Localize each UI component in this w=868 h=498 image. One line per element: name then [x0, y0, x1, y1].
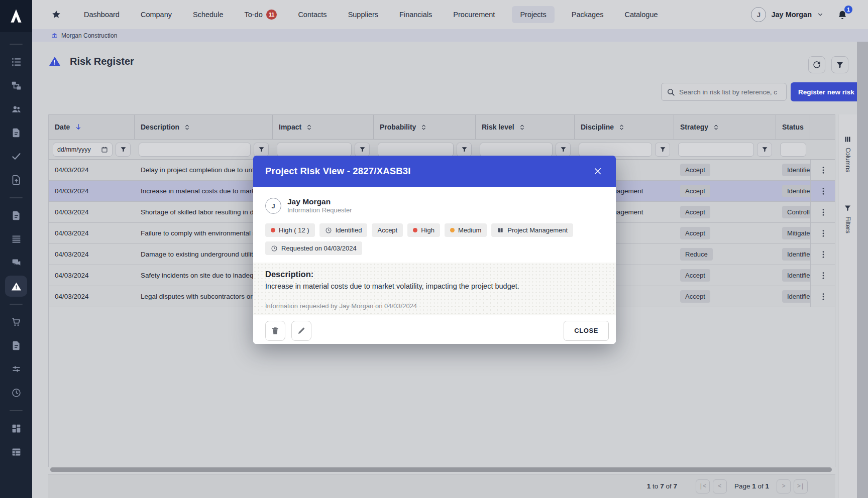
user-menu[interactable]: J Jay Morgan	[751, 7, 824, 22]
nav-item-projects[interactable]: Projects	[512, 6, 554, 23]
sidebar-item-document[interactable]	[5, 335, 27, 356]
row-menu-button[interactable]	[817, 164, 830, 177]
close-icon	[593, 167, 602, 176]
row-menu-button[interactable]	[817, 248, 830, 261]
nav-item-packages[interactable]: Packages	[568, 6, 608, 23]
sidebar-item-sliders[interactable]	[5, 358, 27, 380]
funnel-icon	[120, 146, 127, 153]
row-menu-button[interactable]	[817, 227, 830, 240]
column-header-discipline[interactable]: Discipline	[575, 115, 674, 139]
previous-page-button[interactable]: <	[713, 479, 727, 493]
risk-warning-icon	[11, 281, 22, 292]
request-note: Information requested by Jay Morgan on 0…	[265, 302, 604, 310]
cell-description: Failure to comply with environmental r	[135, 229, 273, 237]
sidebar-item-risk-warning[interactable]	[5, 276, 27, 297]
row-menu-button[interactable]	[817, 269, 830, 282]
sidebar-item-chat[interactable]	[5, 252, 27, 273]
filter-funnel-button[interactable]	[556, 143, 571, 157]
delete-risk-button[interactable]	[265, 321, 285, 341]
cell-description: Legal disputes with subcontractors or	[135, 293, 273, 300]
nav-item-suppliers[interactable]: Suppliers	[344, 6, 382, 23]
sidebar-item-document[interactable]	[5, 122, 27, 143]
sidebar-item-clock[interactable]	[5, 382, 27, 403]
breadcrumb-company[interactable]: Morgan Construction	[61, 32, 117, 39]
nav-item-procurement[interactable]: Procurement	[449, 6, 499, 23]
register-new-risk-button[interactable]: Register new risk	[791, 82, 862, 101]
date-filter-funnel-button[interactable]	[116, 143, 131, 157]
column-header-description[interactable]: Description	[135, 115, 273, 139]
favorites-star-icon[interactable]	[51, 10, 61, 20]
filter-input-discipline[interactable]	[579, 143, 652, 157]
filter-toggle-button[interactable]	[831, 56, 848, 73]
sidebar-item-table[interactable]	[5, 441, 27, 462]
column-header-strategy[interactable]: Strategy	[674, 115, 776, 139]
nav-item-label: Company	[141, 11, 172, 19]
sidebar-item-rows[interactable]	[5, 228, 27, 250]
filter-funnel-button[interactable]	[254, 143, 269, 157]
sidebar-item-file-upload[interactable]	[5, 169, 27, 190]
notifications-button[interactable]: 1	[837, 9, 849, 21]
horizontal-scrollbar[interactable]	[50, 467, 832, 472]
refresh-button[interactable]	[808, 56, 825, 73]
filter-input-strategy[interactable]	[678, 143, 754, 157]
sidebar-item-list[interactable]	[5, 51, 27, 72]
calendar-icon	[101, 146, 108, 153]
status-dot	[450, 228, 455, 232]
filter-input-probability[interactable]	[378, 143, 454, 157]
nav-item-dashboard[interactable]: Dashboard	[80, 6, 124, 23]
filter-funnel-button[interactable]	[457, 143, 472, 157]
row-menu-button[interactable]	[817, 290, 830, 303]
column-header-date[interactable]: Date	[49, 115, 135, 139]
filter-funnel-button[interactable]	[355, 143, 370, 157]
sidebar-item-cart[interactable]	[5, 311, 27, 332]
filter-input-description[interactable]	[139, 143, 251, 157]
cell-actions	[810, 202, 836, 222]
cell-strategy: Accept	[674, 290, 776, 303]
kebab-icon	[819, 229, 828, 238]
cell-date: 04/03/2024	[49, 293, 135, 300]
nav-item-financials[interactable]: Financials	[395, 6, 436, 23]
filter-input-risk-level[interactable]	[480, 143, 553, 157]
sidebar-item-dashboard-grid[interactable]	[5, 418, 27, 439]
sidebar-item-document[interactable]	[5, 205, 27, 226]
status-badge: Controlled	[782, 206, 810, 218]
modal-close-action-button[interactable]: CLOSE	[564, 321, 609, 341]
filter-input-impact[interactable]	[277, 143, 352, 157]
date-filter-input[interactable]: dd/mm/yyyy	[53, 143, 113, 157]
row-menu-button[interactable]	[817, 206, 830, 219]
columns-panel-toggle[interactable]: Columns	[844, 136, 851, 172]
nav-item-schedule[interactable]: Schedule	[189, 6, 227, 23]
requester-role: Information Requester	[287, 206, 352, 215]
status-badge: Identified	[782, 185, 810, 197]
sidebar-item-workflow[interactable]	[5, 75, 27, 96]
pagination-bar: 1 to 7 of 7 |< < Page 1 of 1 > >|	[48, 474, 835, 498]
cell-date: 04/03/2024	[49, 187, 135, 195]
sidebar-item-check[interactable]	[5, 146, 27, 167]
filter-funnel-button[interactable]	[655, 143, 670, 157]
page-scrollbar-track[interactable]	[857, 29, 868, 498]
nav-item-company[interactable]: Company	[137, 6, 176, 23]
nav-item-catalogue[interactable]: Catalogue	[620, 6, 662, 23]
columns-panel-label: Columns	[844, 148, 851, 172]
filters-panel-toggle[interactable]: Filters	[844, 204, 851, 233]
filter-input-status[interactable]	[780, 143, 806, 157]
column-header-impact[interactable]: Impact	[273, 115, 374, 139]
chip-label: Medium	[458, 226, 481, 234]
edit-risk-button[interactable]	[291, 321, 311, 341]
app-logo[interactable]	[0, 0, 32, 32]
row-menu-button[interactable]	[817, 185, 830, 198]
filter-funnel-button[interactable]	[757, 143, 772, 157]
modal-close-button[interactable]	[592, 165, 604, 177]
next-page-button[interactable]: >	[777, 479, 791, 493]
column-header-risk-level[interactable]: Risk level	[476, 115, 575, 139]
requester-avatar: J	[265, 198, 281, 214]
sidebar-item-people[interactable]	[5, 98, 27, 119]
requested-chip-row: Requested on 04/03/2024	[253, 237, 616, 255]
last-page-button[interactable]: >|	[794, 479, 808, 493]
nav-item-contacts[interactable]: Contacts	[294, 6, 331, 23]
risk-search-input[interactable]	[679, 88, 781, 96]
first-page-button[interactable]: |<	[696, 479, 710, 493]
column-header-probability[interactable]: Probability	[374, 115, 476, 139]
nav-item-to-do[interactable]: To-do11	[240, 5, 281, 24]
columns-icon	[844, 136, 851, 143]
